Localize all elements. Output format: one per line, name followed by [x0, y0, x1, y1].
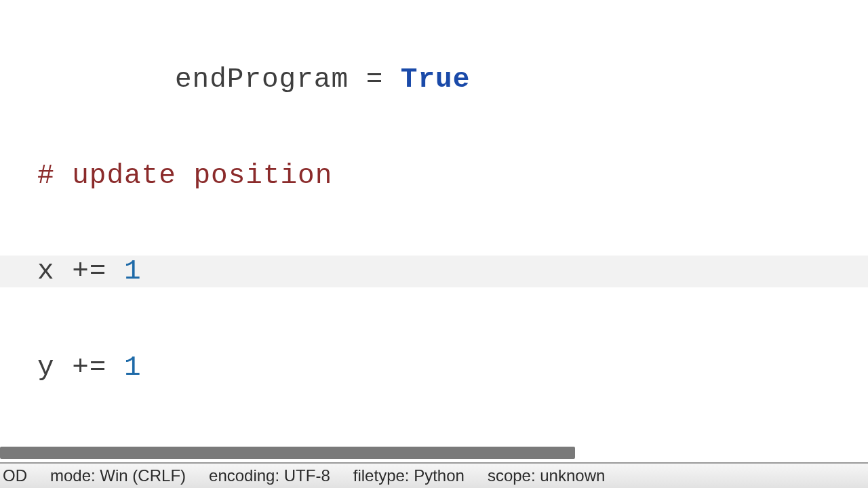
code-line: y += 1 — [0, 352, 868, 384]
status-mode: mode: Win (CRLF) — [50, 466, 186, 485]
status-encoding: encoding: UTF-8 — [209, 466, 330, 485]
scrollbar-thumb[interactable] — [0, 447, 575, 459]
number-literal: 1 — [124, 352, 142, 383]
code-text: endProgram = — [175, 64, 401, 95]
code-editor[interactable]: endProgram = True # update position x +=… — [0, 0, 868, 488]
status-left: OD — [3, 466, 27, 485]
horizontal-scrollbar[interactable] — [0, 442, 868, 462]
status-scope: scope: unknown — [488, 466, 605, 485]
code-text: y += — [37, 352, 124, 383]
code-line: endProgram = True — [0, 64, 868, 96]
code-line-current: x += 1 — [0, 256, 868, 287]
code-text: x += — [37, 256, 124, 287]
number-literal: 1 — [124, 256, 142, 287]
code-line: # update position — [0, 160, 868, 192]
status-bar: OD mode: Win (CRLF) encoding: UTF-8 file… — [0, 462, 868, 488]
keyword-true: True — [401, 64, 470, 95]
status-filetype: filetype: Python — [353, 466, 465, 485]
comment: # update position — [37, 160, 332, 191]
